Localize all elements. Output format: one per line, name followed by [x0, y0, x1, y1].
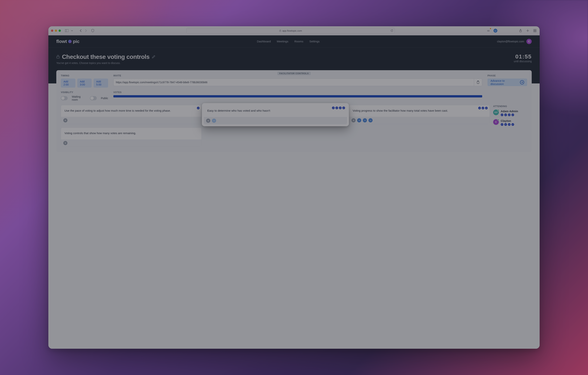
attendee-row: C Clayton	[493, 119, 527, 126]
vote-dot-icon	[342, 107, 345, 109]
new-tab-icon[interactable]	[526, 29, 530, 33]
attendee-row: AA Adam Admin	[493, 110, 527, 116]
svg-rect-5	[534, 29, 535, 31]
share-icon[interactable]	[518, 29, 523, 33]
vote-dot-icon	[501, 123, 503, 126]
vote-dot-icon	[335, 107, 338, 109]
public-toggle[interactable]	[90, 96, 97, 100]
brand-logo[interactable]: flowtpic	[56, 39, 80, 44]
public-label: Public	[101, 97, 108, 100]
add-vote-button[interactable]: +	[63, 118, 67, 122]
lock-icon	[279, 30, 281, 32]
app-nav: flowtpic Dashboard Meetings Rooms Settin…	[48, 35, 540, 48]
vote-dot-icon	[478, 107, 481, 109]
svg-rect-2	[279, 31, 281, 32]
edit-title-icon[interactable]	[152, 55, 156, 59]
attendee-initials: C	[495, 121, 497, 123]
add-vote-button[interactable]: +	[351, 118, 356, 122]
nav-meetings[interactable]: Meetings	[277, 40, 288, 43]
remove-vote-button[interactable]: −	[212, 119, 216, 123]
svg-rect-0	[65, 29, 68, 32]
add-vote-button[interactable]: +	[63, 141, 67, 145]
add-2-button[interactable]: Add 2:00	[61, 78, 75, 88]
brand-dot-icon	[68, 40, 72, 43]
topic-vote-dots	[197, 107, 200, 109]
waiting-room-toggle[interactable]	[61, 96, 68, 100]
timer-value: 01:55	[514, 53, 532, 60]
invite-url-input[interactable]	[113, 78, 474, 86]
invite-section: INVITE	[113, 74, 482, 88]
vote-dot-icon	[339, 107, 341, 109]
nav-dashboard[interactable]: Dashboard	[257, 40, 271, 43]
arrow-right-circle-icon	[520, 80, 524, 84]
facilitator-panel: FACILITATOR CONTROLS TIMING Add 2:00 Add…	[56, 70, 532, 152]
svg-rect-8	[535, 31, 536, 32]
topics-col-1: Use the pace of voting to adjust how muc…	[61, 105, 202, 147]
window-controls	[51, 30, 61, 32]
phase-timer: 01:55 until discussing	[514, 53, 532, 63]
votes-label: VOTES	[113, 91, 482, 94]
waiting-room-label: Waiting room	[72, 95, 86, 101]
forward-button[interactable]	[84, 29, 88, 33]
address-text: app.flowtopic.com	[282, 29, 302, 32]
remove-vote-button[interactable]: −	[368, 118, 373, 122]
vote-dot-icon	[501, 113, 503, 116]
phase-section: PHASE Advance to discussion	[487, 74, 527, 88]
topics-col-3: Voting progress to show the facilitator …	[349, 105, 490, 147]
back-button[interactable]	[79, 29, 83, 33]
add-vote-button[interactable]: +	[206, 119, 210, 123]
brand-text-prefix: flowt	[56, 39, 67, 44]
close-window-button[interactable]	[51, 30, 53, 32]
attendee-initials: AA	[494, 111, 497, 114]
page-title: Checkout these voting controls	[62, 53, 149, 60]
app-content: flowtpic Dashboard Meetings Rooms Settin…	[48, 35, 540, 349]
add-3-button[interactable]: Add 3:00	[77, 78, 92, 88]
svg-rect-9	[57, 56, 59, 58]
topics-grid: Use the pace of voting to adjust how muc…	[61, 105, 527, 147]
privacy-report-icon[interactable]	[91, 29, 95, 33]
sidebar-toggle-icon[interactable]	[65, 29, 69, 33]
add-5-button[interactable]: Add 5:00	[94, 78, 108, 88]
online-indicator-icon	[497, 119, 499, 121]
tab-overview-icon[interactable]	[533, 29, 537, 33]
vote-dot-icon	[504, 123, 507, 126]
maximize-window-button[interactable]	[59, 30, 61, 32]
minimize-window-button[interactable]	[55, 30, 57, 32]
address-bar[interactable]: app.flowtopic.com	[186, 28, 395, 33]
topic-vote-dots	[478, 107, 488, 109]
account-menu[interactable]: clayton@flowtopic.com C	[497, 39, 532, 44]
topic-text: Voting controls that show how many votes…	[64, 132, 136, 135]
topic-card[interactable]: Voting progress to show the facilitator …	[349, 105, 490, 124]
topics-col-2: Easy to determine who has voted and who …	[205, 105, 346, 147]
site-settings-icon[interactable]	[494, 29, 497, 33]
browser-window: app.flowtopic.com ∞	[48, 26, 540, 349]
remove-vote-button[interactable]: −	[363, 118, 367, 122]
nav-rooms[interactable]: Rooms	[294, 40, 304, 43]
topic-text: Use the pace of voting to adjust how muc…	[64, 109, 171, 112]
facilitator-tag: FACILITATOR CONTROLS	[277, 72, 311, 75]
topic-card[interactable]: Voting controls that show how many votes…	[61, 128, 202, 147]
remove-vote-button[interactable]: −	[357, 118, 361, 122]
nav-links: Dashboard Meetings Rooms Settings	[257, 40, 320, 43]
clipboard-icon	[476, 81, 480, 84]
svg-rect-6	[535, 29, 536, 31]
vote-dot-icon	[482, 107, 484, 109]
attendee-avatar: C	[493, 119, 499, 125]
phase-label: PHASE	[487, 74, 527, 77]
reload-icon[interactable]	[390, 29, 393, 32]
copy-invite-button[interactable]	[474, 78, 482, 86]
attendee-vote-dots	[501, 113, 518, 116]
nav-settings[interactable]: Settings	[309, 40, 319, 43]
attending-col: ATTENDING AA Adam Admin	[493, 105, 527, 147]
visibility-label: VISIBILITY	[61, 91, 108, 94]
vote-dot-icon	[508, 113, 511, 116]
visibility-section: VISIBILITY Waiting room Public	[61, 91, 108, 101]
advance-phase-button[interactable]: Advance to discussion	[487, 78, 527, 86]
topic-card-highlighted[interactable]: Easy to determine who has voted and who …	[203, 105, 347, 124]
extensions-icon[interactable]: ∞	[486, 29, 491, 33]
topic-card[interactable]: Use the pace of voting to adjust how muc…	[61, 105, 202, 124]
votes-progress-bar	[113, 95, 482, 98]
vote-dot-icon	[512, 113, 514, 116]
timing-label: TIMING	[61, 74, 108, 77]
sidebar-dropdown-icon[interactable]	[70, 29, 74, 33]
